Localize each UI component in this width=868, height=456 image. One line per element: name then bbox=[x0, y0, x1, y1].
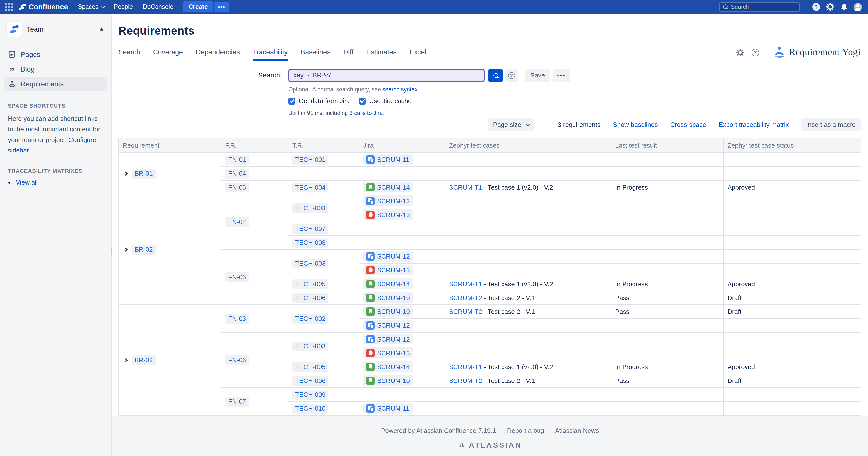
expand-chevron-icon[interactable] bbox=[124, 248, 128, 252]
jira-issue-link[interactable]: SCRUM-12 bbox=[377, 197, 410, 205]
jira-issue-link[interactable]: SCRUM-12 bbox=[377, 253, 410, 260]
query-input[interactable] bbox=[288, 69, 485, 82]
fr-key-link[interactable]: FN-01 bbox=[228, 156, 246, 163]
tab-search[interactable]: Search bbox=[118, 48, 140, 61]
sidebar-item-pages[interactable]: Pages bbox=[4, 47, 107, 61]
jira-issue-link[interactable]: SCRUM-14 bbox=[377, 280, 410, 288]
notifications-bell-icon[interactable] bbox=[839, 2, 848, 11]
pages-icon bbox=[8, 50, 16, 58]
expand-chevron-icon[interactable] bbox=[124, 358, 128, 362]
help-button[interactable]: ? bbox=[812, 2, 821, 11]
tr-key-link[interactable]: TECH-010 bbox=[295, 405, 326, 412]
tr-key-link[interactable]: TECH-003 bbox=[295, 342, 326, 350]
fr-key-link[interactable]: FN-04 bbox=[228, 170, 246, 177]
jira-issue-link[interactable]: SCRUM-12 bbox=[377, 336, 410, 343]
tr-cell: TECH-003 bbox=[288, 250, 359, 277]
nav-dbconsole[interactable]: DbConsole bbox=[143, 3, 173, 10]
zephyr-test-link[interactable]: SCRUM-T1 bbox=[449, 363, 482, 371]
tr-key-link[interactable]: TECH-004 bbox=[295, 183, 326, 191]
jira-issue-link[interactable]: SCRUM-13 bbox=[377, 349, 410, 357]
search-syntax-link[interactable]: search syntax bbox=[382, 86, 417, 92]
jira-issue-link[interactable]: SCRUM-13 bbox=[377, 266, 410, 274]
atlassian-news-link[interactable]: Atlassian News bbox=[555, 427, 599, 434]
space-logo-icon[interactable] bbox=[7, 22, 22, 36]
user-avatar[interactable] bbox=[853, 2, 862, 11]
fr-key-link[interactable]: FN-06 bbox=[228, 356, 246, 364]
fr-cell: FN-01 bbox=[221, 153, 288, 167]
jira-issue-link[interactable]: SCRUM-12 bbox=[377, 322, 410, 329]
tr-key-link[interactable]: TECH-003 bbox=[295, 260, 326, 267]
jira-issue-link[interactable]: SCRUM-10 bbox=[377, 308, 410, 315]
tr-key-link[interactable]: TECH-005 bbox=[295, 363, 326, 371]
ry-help-icon[interactable]: ? bbox=[752, 49, 759, 56]
tab-coverage[interactable]: Coverage bbox=[153, 48, 183, 61]
zephyr-test-link[interactable]: SCRUM-T1 bbox=[449, 280, 482, 288]
tr-cell: TECH-001 bbox=[288, 153, 359, 167]
confluence-logo-text[interactable]: Confluence bbox=[29, 3, 68, 11]
jira-issue-link[interactable]: SCRUM-14 bbox=[377, 183, 410, 191]
tr-key-link[interactable]: TECH-006 bbox=[295, 294, 326, 302]
nav-people[interactable]: People bbox=[114, 3, 133, 10]
more-actions-button[interactable]: ••• bbox=[552, 68, 570, 82]
sidebar-resize-handle[interactable] bbox=[111, 248, 112, 255]
global-search-input[interactable] bbox=[731, 4, 796, 10]
app-switcher-icon[interactable] bbox=[5, 3, 13, 11]
fr-key-link[interactable]: FN-05 bbox=[228, 183, 246, 191]
global-search-box[interactable] bbox=[719, 2, 800, 11]
nav-more-button[interactable]: ••• bbox=[214, 2, 229, 12]
report-a-bug-link[interactable]: Report a bug bbox=[507, 427, 544, 434]
settings-gear-icon[interactable] bbox=[826, 2, 835, 11]
tr-key-link[interactable]: TECH-001 bbox=[295, 156, 326, 163]
jira-issue-link[interactable]: SCRUM-14 bbox=[377, 363, 410, 371]
requirement-key-link[interactable]: BR-01 bbox=[134, 170, 153, 177]
query-help-button[interactable]: ? bbox=[505, 69, 518, 82]
expand-chevron-icon[interactable] bbox=[124, 171, 128, 176]
tr-key-link[interactable]: TECH-005 bbox=[295, 280, 326, 288]
tab-traceability[interactable]: Traceability bbox=[253, 48, 288, 61]
jira-issue-link[interactable]: SCRUM-10 bbox=[377, 377, 410, 384]
calls-to-jira-link[interactable]: 3 calls to Jira bbox=[349, 110, 382, 116]
zephyr-test-link[interactable]: SCRUM-T1 bbox=[449, 183, 482, 191]
favorite-star-icon[interactable]: ★ bbox=[99, 25, 104, 33]
use-jira-cache-checkbox[interactable]: Use Jira cache bbox=[359, 97, 411, 105]
space-name[interactable]: Team bbox=[27, 25, 99, 33]
tab-excel[interactable]: Excel bbox=[409, 48, 426, 61]
tab-estimates[interactable]: Estimates bbox=[366, 48, 397, 61]
fr-key-link[interactable]: FN-07 bbox=[228, 398, 246, 405]
fr-key-link[interactable]: FN-06 bbox=[228, 274, 246, 281]
fr-key-link[interactable]: FN-02 bbox=[228, 218, 246, 226]
requirement-key-link[interactable]: BR-03 bbox=[134, 356, 153, 364]
tr-key-link[interactable]: TECH-006 bbox=[295, 377, 326, 384]
tab-baselines[interactable]: Baselines bbox=[301, 48, 330, 61]
tab-diff[interactable]: Diff bbox=[343, 48, 354, 61]
save-button[interactable]: Save bbox=[525, 68, 550, 82]
tr-key-link[interactable]: TECH-003 bbox=[295, 204, 326, 212]
tr-key-link[interactable]: TECH-009 bbox=[295, 391, 326, 398]
tr-key-link[interactable]: TECH-008 bbox=[295, 239, 326, 246]
show-baselines-link[interactable]: Show baselines bbox=[613, 121, 658, 128]
cross-space-link[interactable]: Cross-space bbox=[670, 121, 706, 128]
jira-issue-link[interactable]: SCRUM-10 bbox=[377, 294, 410, 302]
jira-issue-link[interactable]: SCRUM-13 bbox=[377, 211, 410, 219]
nav-spaces[interactable]: Spaces bbox=[78, 3, 104, 10]
page-size-select[interactable]: Page size bbox=[488, 118, 534, 131]
run-search-button[interactable] bbox=[489, 69, 503, 82]
sidebar-item-requirements[interactable]: Requirements bbox=[4, 77, 107, 91]
insert-as-macro-button[interactable]: Insert as a macro bbox=[801, 118, 861, 131]
tr-key-link[interactable]: TECH-007 bbox=[295, 225, 326, 232]
requirement-key-link[interactable]: BR-02 bbox=[134, 246, 153, 253]
tab-dependencies[interactable]: Dependencies bbox=[196, 48, 240, 61]
get-data-from-jira-checkbox[interactable]: Get data from Jira bbox=[288, 97, 350, 105]
ry-settings-gear-icon[interactable] bbox=[736, 49, 744, 56]
jira-issue-link[interactable]: SCRUM-11 bbox=[377, 405, 409, 412]
view-all-link[interactable]: View all bbox=[16, 179, 38, 186]
zephyr-test-link[interactable]: SCRUM-T2 bbox=[449, 377, 482, 384]
tr-key-link[interactable]: TECH-002 bbox=[295, 315, 326, 322]
create-button[interactable]: Create bbox=[183, 1, 213, 12]
fr-key-link[interactable]: FN-03 bbox=[228, 315, 246, 322]
zephyr-test-link[interactable]: SCRUM-T2 bbox=[449, 308, 482, 315]
zephyr-test-link[interactable]: SCRUM-T2 bbox=[449, 294, 482, 302]
sidebar-item-blog[interactable]: ” Blog bbox=[4, 62, 107, 76]
jira-issue-link[interactable]: SCRUM-11 bbox=[377, 156, 409, 163]
export-traceability-matrix-link[interactable]: Export traceability matrix bbox=[719, 121, 789, 128]
